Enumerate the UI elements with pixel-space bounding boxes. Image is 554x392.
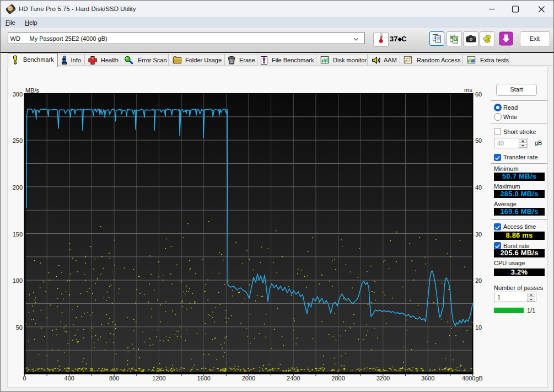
svg-text:3200: 3200 bbox=[376, 375, 390, 382]
svg-text:800: 800 bbox=[109, 375, 119, 382]
svg-text:100: 100 bbox=[13, 277, 23, 284]
svg-text:2800: 2800 bbox=[331, 375, 345, 382]
svg-text:400: 400 bbox=[64, 375, 74, 382]
svg-text:MB/s: MB/s bbox=[25, 87, 40, 94]
svg-text:2000: 2000 bbox=[242, 375, 255, 382]
svg-text:50: 50 bbox=[16, 324, 23, 331]
svg-text:2400: 2400 bbox=[287, 375, 300, 382]
svg-text:0: 0 bbox=[23, 375, 26, 382]
svg-text:250: 250 bbox=[13, 137, 23, 144]
svg-text:1600: 1600 bbox=[197, 375, 210, 382]
svg-text:300: 300 bbox=[13, 91, 23, 98]
svg-text:50: 50 bbox=[475, 137, 482, 144]
svg-text:1200: 1200 bbox=[152, 375, 165, 382]
svg-text:200: 200 bbox=[13, 184, 23, 191]
svg-text:ms: ms bbox=[464, 87, 472, 93]
svg-text:3600: 3600 bbox=[421, 375, 434, 382]
svg-text:60: 60 bbox=[475, 91, 482, 98]
svg-text:150: 150 bbox=[13, 231, 23, 238]
svg-text:30: 30 bbox=[475, 231, 482, 238]
svg-text:10: 10 bbox=[475, 324, 482, 331]
svg-text:40: 40 bbox=[475, 184, 482, 191]
svg-text:4000gB: 4000gB bbox=[462, 375, 483, 382]
svg-text:20: 20 bbox=[475, 277, 482, 284]
